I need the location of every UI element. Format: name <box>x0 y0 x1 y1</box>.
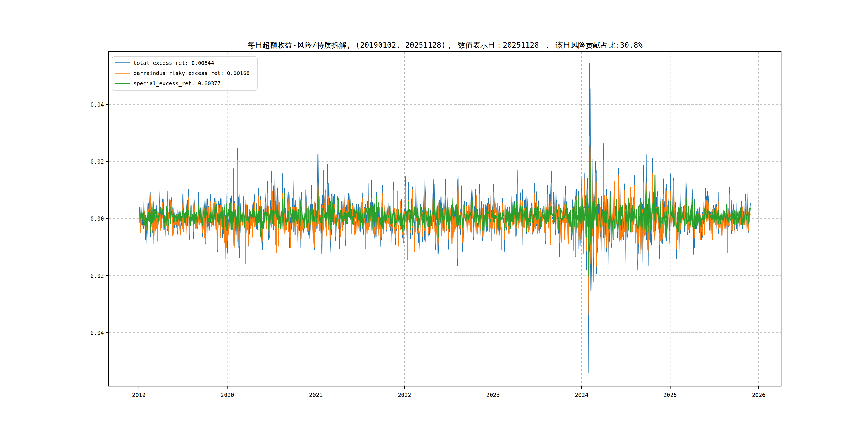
chart-title: 每日超额收益-风险/特质拆解, (20190102, 20251128)， 数值… <box>247 41 643 50</box>
y-tick-label-0.02: 0.02 <box>90 159 104 165</box>
x-tick-label-2021: 2021 <box>309 392 323 398</box>
figure-canvas: 201920202021202220232024202520260.040.02… <box>0 0 868 434</box>
excess-return-chart: 201920202021202220232024202520260.040.02… <box>0 0 868 434</box>
y-tick-label-−0.02: −0.02 <box>87 273 104 279</box>
x-tick-label-2020: 2020 <box>220 392 234 398</box>
legend-label-special-excess-ret: special_excess_ret: 0.00377 <box>133 80 220 87</box>
x-tick-label-2025: 2025 <box>663 392 677 398</box>
legend-label-total-excess-ret: total_excess_ret: 0.00544 <box>133 60 214 66</box>
x-tick-label-2024: 2024 <box>575 392 589 398</box>
series-lines <box>139 63 750 373</box>
x-tick-label-2019: 2019 <box>132 392 146 398</box>
y-tick-label-0.00: 0.00 <box>90 216 104 222</box>
x-tick-label-2022: 2022 <box>398 392 411 398</box>
legend: total_excess_ret: 0.00544 barraindus_ris… <box>112 57 257 90</box>
series-special-excess-ret-line <box>139 146 750 277</box>
x-tick-label-2026: 2026 <box>752 392 766 398</box>
axis-ticks: 201920202021202220232024202520260.040.02… <box>87 101 766 398</box>
y-tick-label-−0.04: −0.04 <box>87 330 104 336</box>
x-tick-label-2023: 2023 <box>486 392 500 398</box>
y-tick-label-0.04: 0.04 <box>90 101 104 108</box>
legend-label-barraindus-risky-excess-ret: barraindus_risky_excess_ret: 0.00168 <box>133 70 249 76</box>
